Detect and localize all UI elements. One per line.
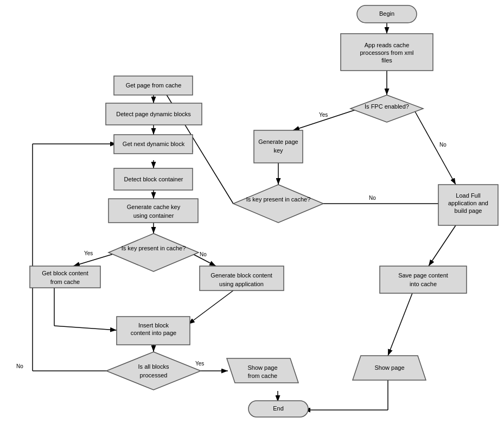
- svg-text:Save page content: Save page content: [398, 272, 448, 279]
- svg-line-8: [429, 225, 456, 266]
- save-page-node: [380, 266, 467, 293]
- svg-text:Load Full: Load Full: [456, 192, 480, 199]
- fpc-no-label: No: [439, 142, 446, 148]
- show-page-label: Show page: [374, 364, 404, 371]
- key-present-main-label: Is key present in cache?: [246, 196, 311, 203]
- svg-text:files: files: [381, 57, 392, 64]
- key-block-no-label: No: [200, 251, 207, 257]
- svg-text:Generate block content: Generate block content: [210, 272, 272, 279]
- svg-line-4: [413, 109, 456, 185]
- svg-line-15: [73, 252, 118, 266]
- key-block-yes-label: Yes: [84, 250, 93, 256]
- gen-cache-key-node: [109, 199, 198, 223]
- svg-text:into cache: into cache: [410, 281, 437, 287]
- svg-text:from cache: from cache: [248, 373, 277, 379]
- svg-text:key: key: [273, 147, 283, 154]
- svg-text:from cache: from cache: [50, 279, 80, 285]
- svg-text:using container: using container: [133, 212, 174, 219]
- svg-text:Insert block: Insert block: [138, 322, 169, 329]
- fpc-yes-label: Yes: [319, 112, 328, 118]
- detect-container-label: Detect block container: [124, 176, 183, 182]
- svg-line-18: [54, 326, 117, 330]
- end-label: End: [273, 405, 284, 412]
- key-present-main-node: [233, 185, 323, 223]
- all-blocks-yes-label: Yes: [195, 361, 204, 367]
- app-reads-label: App reads cache: [365, 42, 410, 48]
- svg-text:using application: using application: [219, 281, 264, 287]
- svg-text:Is all blocks: Is all blocks: [138, 363, 169, 370]
- svg-text:application and: application and: [448, 200, 488, 206]
- svg-text:processors from xml: processors from xml: [360, 49, 413, 56]
- all-blocks-node: [106, 352, 201, 390]
- svg-text:processed: processed: [140, 372, 168, 378]
- svg-line-19: [188, 291, 233, 324]
- begin-label: Begin: [379, 10, 394, 17]
- all-blocks-no-label: No: [16, 363, 23, 369]
- show-page-cache-label: Show page: [247, 364, 277, 371]
- key-present-block-node: [109, 233, 199, 272]
- svg-text:Get block content: Get block content: [42, 270, 88, 276]
- svg-line-9: [388, 293, 412, 356]
- key-main-no-label: No: [369, 195, 376, 201]
- svg-text:content into page: content into page: [131, 330, 176, 336]
- svg-text:Generate page: Generate page: [258, 138, 298, 145]
- detect-dynamic-label: Detect page dynamic blocks: [116, 111, 191, 117]
- key-present-block-label: Is key present in cache?: [122, 245, 186, 251]
- svg-text:build page: build page: [455, 207, 482, 214]
- get-next-block-label: Get next dynamic block: [123, 141, 185, 147]
- fpc-enabled-label: Is FPC enabled?: [365, 103, 409, 110]
- svg-text:Generate cache key: Generate cache key: [127, 204, 181, 210]
- get-page-cache-label: Get page from cache: [126, 82, 182, 89]
